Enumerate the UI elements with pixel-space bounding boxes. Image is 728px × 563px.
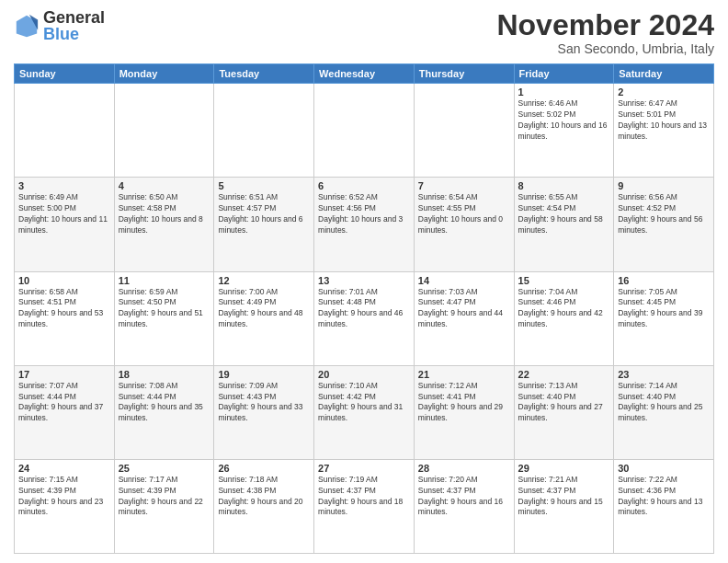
cell-w3-d0: 17Sunrise: 7:07 AM Sunset: 4:44 PM Dayli… — [15, 365, 115, 459]
calendar-table: Sunday Monday Tuesday Wednesday Thursday… — [14, 63, 714, 554]
day-info-2: Sunrise: 6:47 AM Sunset: 5:01 PM Dayligh… — [618, 98, 710, 143]
day-info-30: Sunrise: 7:22 AM Sunset: 4:36 PM Dayligh… — [618, 475, 710, 519]
cell-w2-d4: 14Sunrise: 7:03 AM Sunset: 4:47 PM Dayli… — [414, 271, 514, 365]
col-friday: Friday — [514, 64, 614, 84]
day-info-26: Sunrise: 7:18 AM Sunset: 4:38 PM Dayligh… — [218, 475, 310, 519]
day-info-17: Sunrise: 7:07 AM Sunset: 4:44 PM Dayligh… — [18, 381, 110, 425]
cell-w4-d1: 25Sunrise: 7:17 AM Sunset: 4:39 PM Dayli… — [114, 459, 214, 553]
col-tuesday: Tuesday — [214, 64, 314, 84]
cell-w0-d3 — [314, 84, 415, 178]
header: General Blue November 2024 San Secondo, … — [14, 9, 714, 56]
day-info-15: Sunrise: 7:04 AM Sunset: 4:46 PM Dayligh… — [518, 287, 610, 331]
cell-w2-d2: 12Sunrise: 7:00 AM Sunset: 4:49 PM Dayli… — [214, 271, 314, 365]
cell-w0-d2 — [214, 84, 314, 178]
day-number-30: 30 — [618, 463, 710, 474]
day-number-2: 2 — [618, 86, 710, 98]
week-row-0: 1Sunrise: 6:46 AM Sunset: 5:02 PM Daylig… — [15, 84, 714, 178]
day-number-28: 28 — [418, 463, 510, 474]
header-row: Sunday Monday Tuesday Wednesday Thursday… — [15, 64, 714, 84]
day-info-22: Sunrise: 7:13 AM Sunset: 4:40 PM Dayligh… — [518, 381, 610, 425]
day-info-27: Sunrise: 7:19 AM Sunset: 4:37 PM Dayligh… — [318, 475, 410, 519]
calendar-header: Sunday Monday Tuesday Wednesday Thursday… — [15, 64, 714, 84]
day-number-3: 3 — [18, 180, 110, 191]
day-info-20: Sunrise: 7:10 AM Sunset: 4:42 PM Dayligh… — [318, 381, 410, 425]
day-info-28: Sunrise: 7:20 AM Sunset: 4:37 PM Dayligh… — [418, 475, 510, 519]
cell-w1-d3: 6Sunrise: 6:52 AM Sunset: 4:56 PM Daylig… — [314, 178, 415, 271]
day-number-14: 14 — [418, 275, 510, 286]
day-info-29: Sunrise: 7:21 AM Sunset: 4:37 PM Dayligh… — [518, 475, 610, 519]
day-info-13: Sunrise: 7:01 AM Sunset: 4:48 PM Dayligh… — [318, 287, 410, 331]
cell-w0-d4 — [414, 84, 514, 178]
calendar-body: 1Sunrise: 6:46 AM Sunset: 5:02 PM Daylig… — [15, 84, 714, 554]
cell-w1-d4: 7Sunrise: 6:54 AM Sunset: 4:55 PM Daylig… — [414, 178, 514, 271]
day-number-21: 21 — [418, 369, 510, 380]
day-info-4: Sunrise: 6:50 AM Sunset: 4:58 PM Dayligh… — [119, 192, 210, 236]
cell-w4-d6: 30Sunrise: 7:22 AM Sunset: 4:36 PM Dayli… — [614, 459, 714, 553]
day-info-14: Sunrise: 7:03 AM Sunset: 4:47 PM Dayligh… — [418, 287, 510, 331]
cell-w0-d6: 2Sunrise: 6:47 AM Sunset: 5:01 PM Daylig… — [614, 84, 714, 178]
cell-w1-d5: 8Sunrise: 6:55 AM Sunset: 4:54 PM Daylig… — [514, 178, 614, 271]
cell-w3-d6: 23Sunrise: 7:14 AM Sunset: 4:40 PM Dayli… — [614, 365, 714, 459]
cell-w0-d1 — [114, 84, 214, 178]
cell-w3-d2: 19Sunrise: 7:09 AM Sunset: 4:43 PM Dayli… — [214, 365, 314, 459]
day-number-26: 26 — [218, 463, 310, 474]
page: General Blue November 2024 San Secondo, … — [0, 0, 728, 563]
day-number-23: 23 — [618, 369, 710, 380]
day-info-3: Sunrise: 6:49 AM Sunset: 5:00 PM Dayligh… — [18, 192, 110, 236]
day-info-8: Sunrise: 6:55 AM Sunset: 4:54 PM Dayligh… — [518, 192, 610, 236]
month-title: November 2024 — [496, 9, 714, 41]
day-number-10: 10 — [18, 275, 110, 286]
day-number-29: 29 — [518, 463, 610, 474]
day-info-25: Sunrise: 7:17 AM Sunset: 4:39 PM Dayligh… — [119, 475, 210, 519]
week-row-2: 10Sunrise: 6:58 AM Sunset: 4:51 PM Dayli… — [15, 271, 714, 365]
week-row-3: 17Sunrise: 7:07 AM Sunset: 4:44 PM Dayli… — [15, 365, 714, 459]
day-number-1: 1 — [518, 86, 610, 98]
cell-w2-d5: 15Sunrise: 7:04 AM Sunset: 4:46 PM Dayli… — [514, 271, 614, 365]
cell-w1-d6: 9Sunrise: 6:56 AM Sunset: 4:52 PM Daylig… — [614, 178, 714, 271]
day-number-7: 7 — [418, 180, 510, 191]
cell-w2-d3: 13Sunrise: 7:01 AM Sunset: 4:48 PM Dayli… — [314, 271, 415, 365]
col-monday: Monday — [114, 64, 214, 84]
day-info-11: Sunrise: 6:59 AM Sunset: 4:50 PM Dayligh… — [119, 287, 210, 331]
cell-w3-d1: 18Sunrise: 7:08 AM Sunset: 4:44 PM Dayli… — [114, 365, 214, 459]
day-info-21: Sunrise: 7:12 AM Sunset: 4:41 PM Dayligh… — [418, 381, 510, 425]
location-subtitle: San Secondo, Umbria, Italy — [496, 41, 714, 56]
cell-w4-d2: 26Sunrise: 7:18 AM Sunset: 4:38 PM Dayli… — [214, 459, 314, 553]
cell-w1-d2: 5Sunrise: 6:51 AM Sunset: 4:57 PM Daylig… — [214, 178, 314, 271]
day-info-16: Sunrise: 7:05 AM Sunset: 4:45 PM Dayligh… — [618, 287, 710, 331]
day-number-19: 19 — [218, 369, 310, 380]
day-number-15: 15 — [518, 275, 610, 286]
logo-icon — [14, 13, 40, 39]
day-info-9: Sunrise: 6:56 AM Sunset: 4:52 PM Dayligh… — [618, 192, 710, 236]
day-number-6: 6 — [318, 180, 410, 191]
title-block: November 2024 San Secondo, Umbria, Italy — [496, 9, 714, 56]
week-row-1: 3Sunrise: 6:49 AM Sunset: 5:00 PM Daylig… — [15, 178, 714, 271]
cell-w2-d1: 11Sunrise: 6:59 AM Sunset: 4:50 PM Dayli… — [114, 271, 214, 365]
col-saturday: Saturday — [614, 64, 714, 84]
day-number-20: 20 — [318, 369, 410, 380]
day-number-9: 9 — [618, 180, 710, 191]
cell-w3-d3: 20Sunrise: 7:10 AM Sunset: 4:42 PM Dayli… — [314, 365, 415, 459]
cell-w0-d5: 1Sunrise: 6:46 AM Sunset: 5:02 PM Daylig… — [514, 84, 614, 178]
day-info-12: Sunrise: 7:00 AM Sunset: 4:49 PM Dayligh… — [218, 287, 310, 331]
day-number-22: 22 — [518, 369, 610, 380]
week-row-4: 24Sunrise: 7:15 AM Sunset: 4:39 PM Dayli… — [15, 459, 714, 553]
cell-w3-d4: 21Sunrise: 7:12 AM Sunset: 4:41 PM Dayli… — [414, 365, 514, 459]
day-number-4: 4 — [119, 180, 210, 191]
cell-w1-d0: 3Sunrise: 6:49 AM Sunset: 5:00 PM Daylig… — [15, 178, 115, 271]
day-info-1: Sunrise: 6:46 AM Sunset: 5:02 PM Dayligh… — [518, 98, 610, 143]
day-number-5: 5 — [218, 180, 310, 191]
col-thursday: Thursday — [414, 64, 514, 84]
day-number-25: 25 — [119, 463, 210, 474]
day-number-12: 12 — [218, 275, 310, 286]
cell-w0-d0 — [15, 84, 115, 178]
day-info-6: Sunrise: 6:52 AM Sunset: 4:56 PM Dayligh… — [318, 192, 410, 236]
day-info-24: Sunrise: 7:15 AM Sunset: 4:39 PM Dayligh… — [18, 475, 110, 519]
day-number-18: 18 — [119, 369, 210, 380]
cell-w2-d0: 10Sunrise: 6:58 AM Sunset: 4:51 PM Dayli… — [15, 271, 115, 365]
day-number-17: 17 — [18, 369, 110, 380]
cell-w4-d0: 24Sunrise: 7:15 AM Sunset: 4:39 PM Dayli… — [15, 459, 115, 553]
logo: General Blue — [14, 9, 105, 42]
cell-w4-d4: 28Sunrise: 7:20 AM Sunset: 4:37 PM Dayli… — [414, 459, 514, 553]
day-info-19: Sunrise: 7:09 AM Sunset: 4:43 PM Dayligh… — [218, 381, 310, 425]
